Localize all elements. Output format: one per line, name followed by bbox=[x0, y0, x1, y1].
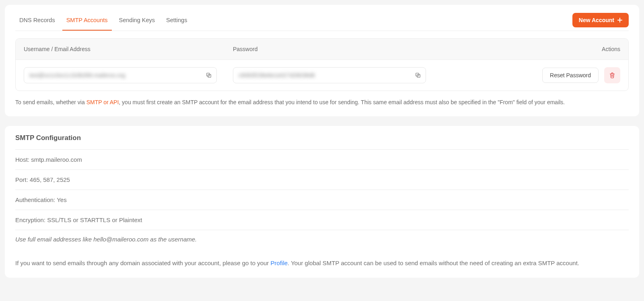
info-prefix: To send emails, whether via bbox=[15, 99, 86, 105]
cell-username: test@xx1x3xx1c1b3b399.maileroo.org bbox=[24, 67, 233, 83]
cell-password: c9083f238e6e1e027d28038d6 bbox=[233, 67, 434, 83]
cell-actions: Reset Password bbox=[434, 67, 620, 83]
config-title: SMTP Configuration bbox=[15, 134, 629, 149]
password-field[interactable] bbox=[233, 67, 426, 83]
footer-p2: . Your global SMTP account can be used t… bbox=[288, 260, 579, 266]
tab-smtp-accounts[interactable]: SMTP Accounts bbox=[62, 13, 112, 31]
footer-p1: If you want to send emails through any d… bbox=[15, 260, 271, 266]
new-account-label: New Account bbox=[579, 17, 614, 23]
config-host-row: Host: smtp.maileroo.com bbox=[15, 149, 629, 169]
tab-settings[interactable]: Settings bbox=[162, 13, 191, 31]
smtp-config-card: SMTP Configuration Host: smtp.maileroo.c… bbox=[5, 126, 639, 278]
config-auth-row: Authentication: Yes bbox=[15, 190, 629, 210]
host-label: Host: bbox=[15, 156, 29, 163]
smtp-accounts-card: DNS Records SMTP Accounts Sending Keys S… bbox=[5, 5, 639, 116]
port-label: Port: bbox=[15, 176, 28, 183]
tab-dns-records[interactable]: DNS Records bbox=[15, 13, 59, 31]
plus-icon bbox=[617, 18, 622, 23]
tab-sending-keys[interactable]: Sending Keys bbox=[115, 13, 159, 31]
info-highlight: SMTP or API bbox=[86, 99, 119, 105]
header-username: Username / Email Address bbox=[24, 46, 233, 52]
config-port-row: Port: 465, 587, 2525 bbox=[15, 169, 629, 190]
accounts-table: Username / Email Address Password Action… bbox=[15, 38, 629, 91]
port-value: 465, 587, 2525 bbox=[30, 176, 70, 183]
profile-link[interactable]: Profile bbox=[271, 260, 288, 266]
config-hint: Use full email addresses like hello@mail… bbox=[15, 230, 629, 243]
trash-icon bbox=[609, 72, 615, 78]
table-header: Username / Email Address Password Action… bbox=[16, 39, 628, 60]
table-row: test@xx1x3xx1c1b3b399.maileroo.org c9083… bbox=[16, 60, 628, 91]
copy-username-icon[interactable] bbox=[206, 72, 212, 78]
footer-text: If you want to send emails through any d… bbox=[15, 259, 629, 268]
auth-label: Authentication: bbox=[15, 196, 55, 203]
auth-value: Yes bbox=[57, 196, 66, 203]
username-field[interactable] bbox=[24, 67, 217, 83]
config-enc-row: Encryption: SSL/TLS or STARTTLS or Plain… bbox=[15, 210, 629, 230]
info-text: To send emails, whether via SMTP or API,… bbox=[15, 98, 629, 107]
tabs-row: DNS Records SMTP Accounts Sending Keys S… bbox=[15, 13, 629, 31]
new-account-button[interactable]: New Account bbox=[572, 13, 629, 27]
enc-value: SSL/TLS or STARTTLS or Plaintext bbox=[47, 216, 142, 223]
info-suffix: , you must first create an SMTP account … bbox=[119, 99, 565, 105]
tabs: DNS Records SMTP Accounts Sending Keys S… bbox=[15, 13, 191, 31]
enc-label: Encryption: bbox=[15, 216, 45, 223]
host-value: smtp.maileroo.com bbox=[31, 156, 82, 163]
header-actions: Actions bbox=[434, 46, 620, 52]
header-password: Password bbox=[233, 46, 434, 52]
copy-password-icon[interactable] bbox=[415, 72, 421, 78]
reset-password-button[interactable]: Reset Password bbox=[542, 68, 599, 83]
delete-account-button[interactable] bbox=[604, 67, 620, 83]
